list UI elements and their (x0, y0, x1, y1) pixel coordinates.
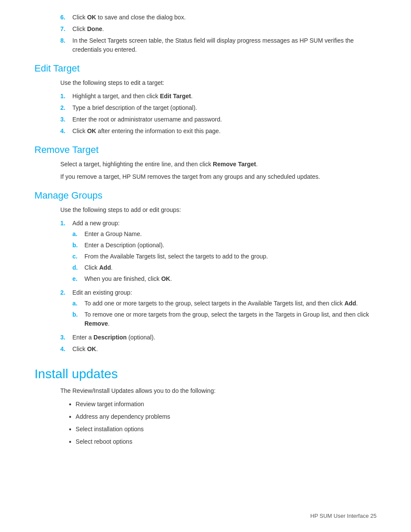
sub2-b: b. To remove one or more targets from th… (72, 310, 377, 328)
step-7-num: 7. (60, 25, 72, 34)
install-updates-body: The Review/Install Updates allows you to… (60, 386, 377, 447)
install-updates-intro: The Review/Install Updates allows you to… (60, 386, 377, 395)
edit-target-section: Edit Target Use the following steps to e… (34, 63, 377, 136)
sub-c-text: From the Available Targets list, select … (84, 252, 268, 261)
sub-d-bold: Add (99, 264, 111, 271)
bullet-1: Review target information (69, 400, 377, 410)
page-footer: HP SUM User Interface 25 (310, 513, 377, 519)
sub2-b-letter: b. (72, 310, 84, 328)
manage-step-4-bold: OK (87, 345, 96, 352)
edit-step-4-content: Click OK after entering the information … (72, 127, 377, 136)
manage-groups-body: Use the following steps to add or edit g… (60, 205, 377, 354)
sub-e: e. When you are finished, click OK. (72, 274, 377, 283)
edit-step-4: 4. Click OK after entering the informati… (60, 127, 377, 136)
step-7: 7. Click Done. (60, 25, 377, 34)
edit-step-3-num: 3. (60, 115, 72, 124)
remove-target-heading: Remove Target (34, 144, 377, 156)
edit-target-steps: 1. Highlight a target, and then click Ed… (60, 92, 377, 136)
remove-target-para1: Select a target, highlighting the entire… (60, 160, 377, 169)
step-8-num: 8. (60, 36, 72, 54)
remove-para1-bold: Remove Target (213, 161, 256, 168)
manage-step-4-num: 4. (60, 345, 72, 354)
sub-d-letter: d. (72, 263, 84, 272)
manage-step-3-num: 3. (60, 333, 72, 342)
edit-step-2-num: 2. (60, 103, 72, 112)
edit-step-1-num: 1. (60, 92, 72, 101)
manage-groups-heading: Manage Groups (34, 190, 377, 201)
manage-step-1-num: 1. (60, 219, 72, 286)
edit-target-heading: Edit Target (34, 63, 377, 74)
manage-step-4: 4. Click OK. (60, 345, 377, 354)
manage-step-1-sublist: a. Enter a Group Name. b. Enter a Descri… (72, 230, 377, 283)
edit-step-1-content: Highlight a target, and then click Edit … (72, 92, 377, 101)
sub2-b-bold: Remove (84, 320, 108, 327)
manage-groups-intro: Use the following steps to add or edit g… (60, 205, 377, 215)
manage-groups-section: Manage Groups Use the following steps to… (34, 190, 377, 354)
manage-step-2: 2. Edit an existing group: a. To add one… (60, 288, 377, 330)
edit-target-body: Use the following steps to edit a target… (60, 78, 377, 136)
step-6: 6. Click OK to save and close the dialog… (60, 13, 377, 22)
step-6-content: Click OK to save and close the dialog bo… (72, 13, 377, 22)
sub2-a-text: To add one or more targets to the group,… (84, 299, 358, 308)
sub2-a: a. To add one or more targets to the gro… (72, 299, 377, 308)
manage-step-2-text: Edit an existing group: (72, 289, 132, 296)
remove-target-para2: If you remove a target, HP SUM removes t… (60, 172, 377, 181)
install-updates-bullets: Review target information Address any de… (69, 400, 377, 447)
sub-c: c. From the Available Targets list, sele… (72, 252, 377, 261)
sub-e-bold: OK (161, 275, 170, 282)
intro-steps: 6. Click OK to save and close the dialog… (60, 13, 377, 54)
manage-step-2-content: Edit an existing group: a. To add one or… (72, 288, 377, 330)
step-6-text2: to save and close the dialog box. (96, 14, 186, 21)
sub-a-text: Enter a Group Name. (84, 230, 142, 239)
manage-step-3: 3. Enter a Description (optional). (60, 333, 377, 342)
step-8: 8. In the Select Targets screen table, t… (60, 36, 377, 54)
step-7-bold: Done (87, 25, 102, 32)
edit-step-4-num: 4. (60, 127, 72, 136)
bullet-2: Address any dependency problems (69, 412, 377, 422)
sub-b-letter: b. (72, 241, 84, 250)
edit-target-intro: Use the following steps to edit a target… (60, 78, 377, 87)
sub-d: d. Click Add. (72, 263, 377, 272)
sub-c-letter: c. (72, 252, 84, 261)
edit-step-4-bold: OK (87, 128, 96, 134)
manage-step-2-num: 2. (60, 288, 72, 330)
manage-step-4-text2: . (96, 345, 98, 352)
edit-step-2-content: Type a brief description of the target (… (72, 103, 377, 112)
sub2-b-text: To remove one or more targets from the g… (84, 310, 377, 328)
remove-para1-end: . (256, 161, 258, 168)
sub-a: a. Enter a Group Name. (72, 230, 377, 239)
manage-step-1-text: Add a new group: (72, 220, 120, 227)
sub2-a-bold: Add (344, 300, 356, 307)
sub-e-text: When you are finished, click OK. (84, 274, 172, 283)
bullet-4: Select reboot options (69, 437, 377, 447)
manage-step-4-content: Click OK. (72, 345, 377, 354)
edit-step-1-bold: Edit Target (160, 93, 191, 100)
manage-step-1: 1. Add a new group: a. Enter a Group Nam… (60, 219, 377, 286)
sub-b-text: Enter a Description (optional). (84, 241, 164, 250)
sub-a-letter: a. (72, 230, 84, 239)
sub2-a-letter: a. (72, 299, 84, 308)
step-7-content: Click Done. (72, 25, 377, 34)
remove-target-section: Remove Target Select a target, highlight… (34, 144, 377, 181)
install-updates-section: Install updates The Review/Install Updat… (34, 367, 377, 447)
step-7-text2: . (102, 25, 104, 32)
manage-step-3-bold: Description (93, 334, 127, 341)
edit-step-1-text2: . (191, 93, 193, 100)
edit-step-3: 3. Enter the root or administrator usern… (60, 115, 377, 124)
manage-step-1-content: Add a new group: a. Enter a Group Name. … (72, 219, 377, 286)
edit-step-1: 1. Highlight a target, and then click Ed… (60, 92, 377, 101)
sub-b: b. Enter a Description (optional). (72, 241, 377, 250)
step-8-content: In the Select Targets screen table, the … (72, 36, 377, 54)
step-6-num: 6. (60, 13, 72, 22)
edit-step-3-content: Enter the root or administrator username… (72, 115, 377, 124)
remove-para1-text: Select a target, highlighting the entire… (60, 161, 213, 168)
page-container: 6. Click OK to save and close the dialog… (0, 0, 411, 476)
install-updates-heading: Install updates (34, 367, 377, 381)
manage-step-2-sublist: a. To add one or more targets to the gro… (72, 299, 377, 328)
remove-target-body: Select a target, highlighting the entire… (60, 160, 377, 181)
sub-e-letter: e. (72, 274, 84, 283)
edit-step-2: 2. Type a brief description of the targe… (60, 103, 377, 112)
step-6-bold: OK (87, 14, 96, 21)
edit-step-4-text2: after entering the information to exit t… (96, 128, 221, 134)
bullet-3: Select installation options (69, 425, 377, 435)
